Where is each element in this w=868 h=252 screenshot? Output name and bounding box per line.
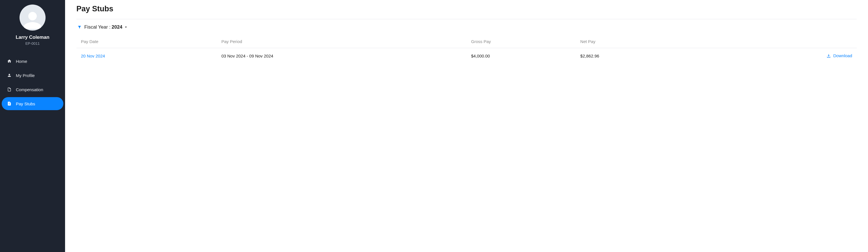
fiscal-year-filter[interactable]: Fiscal Year : 2024 [76, 24, 857, 30]
header-pay-date: Pay Date [76, 35, 217, 48]
cell-net-pay: $2,862.96 [576, 48, 716, 64]
header-pay-period: Pay Period [217, 35, 467, 48]
pay-date-link[interactable]: 20 Nov 2024 [81, 54, 105, 58]
main-content: Pay Stubs Fiscal Year : 2024 Pay Date Pa… [65, 0, 868, 252]
user-profile-section: Larry Coleman EP-0011 [0, 4, 65, 52]
nav-item-pay-stubs[interactable]: Pay Stubs [2, 97, 63, 110]
cell-download: Download [716, 48, 857, 64]
nav: Home My Profile Compensation Pay Stubs [0, 52, 65, 114]
download-icon [827, 54, 831, 58]
filter-label: Fiscal Year : [84, 24, 111, 30]
header-gross-pay: Gross Pay [467, 35, 576, 48]
nav-item-label: Pay Stubs [16, 101, 35, 106]
person-icon [7, 73, 12, 78]
nav-item-label: Home [16, 59, 27, 64]
home-icon [7, 59, 12, 64]
chevron-down-icon [124, 26, 127, 29]
nav-item-label: My Profile [16, 73, 35, 78]
nav-item-label: Compensation [16, 87, 43, 92]
nav-item-compensation[interactable]: Compensation [2, 83, 63, 96]
cell-pay-period: 03 Nov 2024 - 09 Nov 2024 [217, 48, 467, 64]
cell-pay-date: 20 Nov 2024 [76, 48, 217, 64]
filter-icon [78, 25, 82, 29]
pay-stubs-table: Pay Date Pay Period Gross Pay Net Pay 20… [76, 35, 857, 64]
dollar-doc-icon [7, 101, 12, 106]
nav-item-home[interactable]: Home [2, 55, 63, 68]
download-label: Download [833, 53, 852, 58]
user-name: Larry Coleman [16, 34, 49, 40]
avatar [20, 4, 45, 31]
divider [76, 19, 857, 19]
table-header-row: Pay Date Pay Period Gross Pay Net Pay [76, 35, 857, 48]
person-silhouette-icon [22, 10, 43, 31]
download-link[interactable]: Download [827, 53, 852, 58]
document-icon [7, 87, 12, 92]
page-title: Pay Stubs [76, 4, 857, 13]
user-id: EP-0011 [26, 41, 40, 46]
cell-gross-pay: $4,000.00 [467, 48, 576, 64]
header-net-pay: Net Pay [576, 35, 716, 48]
header-action [716, 35, 857, 48]
nav-item-my-profile[interactable]: My Profile [2, 69, 63, 82]
table-row: 20 Nov 2024 03 Nov 2024 - 09 Nov 2024 $4… [76, 48, 857, 64]
sidebar: Larry Coleman EP-0011 Home My Profile Co… [0, 0, 65, 252]
filter-value: 2024 [112, 24, 123, 30]
